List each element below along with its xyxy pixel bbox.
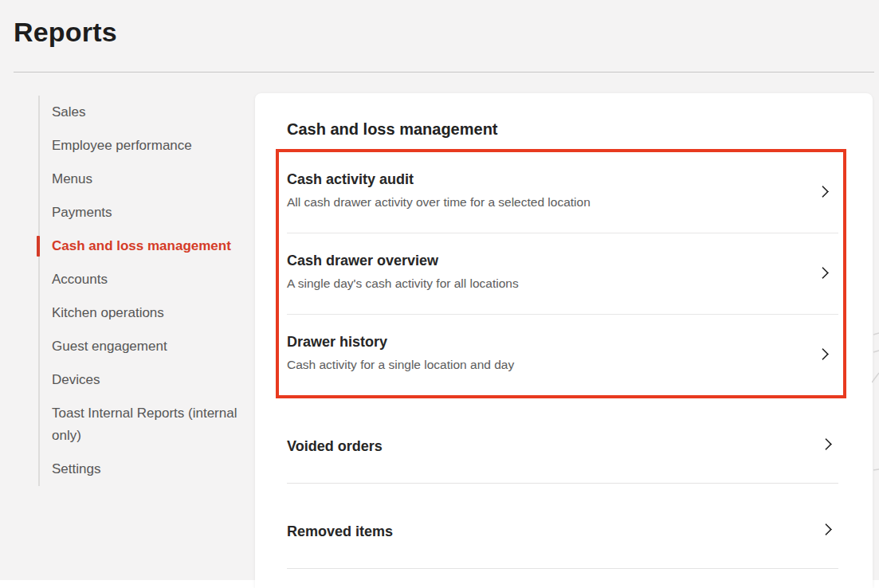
reports-panel: Cash and loss management Cash activity a… bbox=[255, 93, 873, 588]
sidebar-item-cash-and-loss-management[interactable]: Cash and loss management bbox=[40, 229, 249, 263]
sidebar-item-toast-internal-reports[interactable]: Toast Internal Reports (internal only) bbox=[40, 397, 249, 453]
sidebar-item-sales[interactable]: Sales bbox=[40, 96, 249, 129]
report-title: Cash activity audit bbox=[287, 170, 838, 189]
report-description: Cash activity for a single location and … bbox=[287, 357, 838, 373]
sidebar-item-accounts[interactable]: Accounts bbox=[40, 263, 249, 296]
section-title: Cash and loss management bbox=[287, 120, 838, 139]
report-title: Drawer history bbox=[287, 332, 838, 351]
sidebar-item-payments[interactable]: Payments bbox=[40, 196, 249, 229]
sidebar-item-menus[interactable]: Menus bbox=[40, 163, 249, 196]
sidebar-item-guest-engagement[interactable]: Guest engagement bbox=[40, 330, 249, 363]
sidebar-item-devices[interactable]: Devices bbox=[40, 363, 249, 397]
report-description: All cash drawer activity over time for a… bbox=[287, 194, 838, 210]
report-row-removed-items[interactable]: Removed items bbox=[287, 484, 838, 569]
reports-sidebar: Sales Employee performance Menus Payment… bbox=[38, 96, 249, 486]
sidebar-item-employee-performance[interactable]: Employee performance bbox=[40, 129, 249, 163]
report-title: Voided orders bbox=[287, 437, 838, 456]
sidebar-item-settings[interactable]: Settings bbox=[40, 453, 249, 486]
cutoff-sketch-marks bbox=[872, 319, 879, 526]
page-title: Reports bbox=[14, 17, 117, 48]
report-title: Cash drawer overview bbox=[287, 251, 838, 270]
report-title: Removed items bbox=[287, 522, 838, 541]
report-row-voided-orders[interactable]: Voided orders bbox=[287, 398, 838, 484]
report-row-drawer-history[interactable]: Drawer history Cash activity for a singl… bbox=[287, 315, 838, 395]
annotation-highlight-box: Cash activity audit All cash drawer acti… bbox=[276, 149, 846, 398]
report-row-cash-activity-audit[interactable]: Cash activity audit All cash drawer acti… bbox=[287, 152, 838, 233]
sidebar-item-kitchen-operations[interactable]: Kitchen operations bbox=[40, 296, 249, 330]
report-description: A single day's cash activity for all loc… bbox=[287, 276, 838, 292]
report-row-cash-drawer-overview[interactable]: Cash drawer overview A single day's cash… bbox=[287, 233, 838, 315]
header-divider bbox=[14, 72, 874, 73]
